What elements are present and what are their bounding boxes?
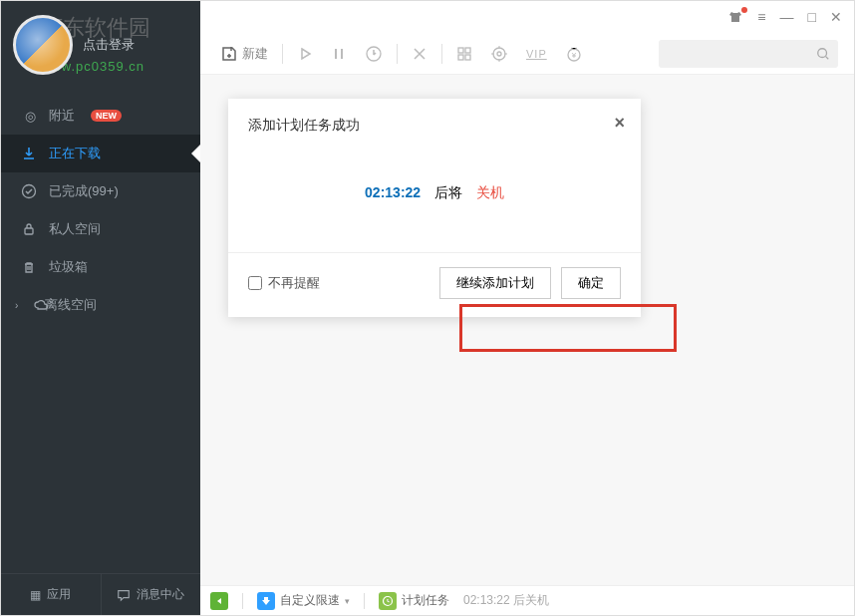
cloud-icon	[33, 297, 51, 313]
speed-icon	[257, 592, 275, 610]
continue-add-button[interactable]: 继续添加计划	[439, 267, 551, 299]
scheduled-task-button[interactable]: 计划任务	[379, 592, 449, 610]
sidebar-nav: ◎ 附近 NEW 正在下载 已完成(99+) 私人空间	[1, 91, 200, 324]
pause-button[interactable]	[327, 42, 351, 66]
sidebar-item-label: 已完成(99+)	[49, 182, 119, 200]
task-success-dialog: 添加计划任务成功 × 02:13:22 后将 关机 不再提醒 继续添加计划 确定	[228, 99, 641, 317]
lock-icon	[21, 221, 39, 237]
coin-button[interactable]: ¥	[561, 41, 587, 67]
status-arrow-icon[interactable]	[210, 592, 228, 610]
sidebar-item-trash[interactable]: 垃圾箱	[1, 248, 200, 286]
dialog-header: 添加计划任务成功 ×	[228, 99, 641, 145]
separator	[364, 593, 365, 609]
message-center-button[interactable]: 消息中心	[101, 574, 201, 615]
chevron-right-icon: ›	[15, 300, 18, 311]
checkbox-label: 不再提醒	[268, 274, 320, 292]
status-bar: 自定义限速 ▾ 计划任务 02:13:22 后关机	[200, 585, 854, 615]
sidebar-item-offline[interactable]: › 离线空间	[1, 286, 200, 324]
search-icon[interactable]	[816, 47, 830, 61]
svg-text:¥: ¥	[571, 51, 577, 60]
search-input[interactable]	[667, 47, 816, 61]
sidebar: 河东软件园 www.pc0359.cn 点击登录 ◎ 附近 NEW 正在下载	[1, 1, 200, 615]
sidebar-item-nearby[interactable]: ◎ 附近 NEW	[1, 97, 200, 135]
chevron-down-icon: ▾	[345, 596, 350, 606]
content-area: 添加计划任务成功 × 02:13:22 后将 关机 不再提醒 继续添加计划 确定	[200, 75, 854, 585]
separator	[242, 593, 243, 609]
minimize-button[interactable]: —	[780, 9, 794, 25]
login-text[interactable]: 点击登录	[83, 36, 135, 54]
svg-rect-1	[25, 228, 33, 234]
countdown-action: 关机	[476, 184, 504, 200]
svg-point-8	[497, 52, 501, 56]
priority-button[interactable]	[361, 41, 387, 67]
sidebar-item-label: 正在下载	[49, 145, 101, 162]
sidebar-item-label: 私人空间	[49, 220, 101, 238]
svg-point-7	[493, 48, 505, 60]
separator	[397, 44, 398, 64]
main-area: ≡ — □ ✕ 新建 VIP ¥	[200, 1, 854, 615]
new-button[interactable]: 新建	[216, 41, 272, 67]
vip-button[interactable]: VIP	[522, 44, 551, 64]
sidebar-bottom: ▦ 应用 消息中心	[1, 573, 200, 615]
msg-label: 消息中心	[137, 586, 184, 603]
dialog-title: 添加计划任务成功	[248, 117, 360, 133]
new-icon	[220, 45, 238, 63]
skin-icon[interactable]	[727, 9, 743, 25]
target-button[interactable]	[486, 41, 512, 67]
task-info: 02:13:22 后关机	[463, 592, 549, 609]
sidebar-item-label: 垃圾箱	[49, 258, 88, 276]
task-label: 计划任务	[402, 592, 449, 609]
menu-icon[interactable]: ≡	[757, 9, 765, 25]
countdown-mid: 后将	[434, 184, 462, 200]
svg-rect-4	[465, 48, 470, 53]
sidebar-item-downloading[interactable]: 正在下载	[1, 135, 200, 172]
apps-label: 应用	[47, 586, 71, 603]
clock-icon	[379, 592, 397, 610]
close-button[interactable]: ✕	[830, 9, 842, 25]
close-icon[interactable]: ×	[614, 113, 625, 134]
apps-button[interactable]: ▦ 应用	[1, 574, 101, 615]
titlebar: ≡ — □ ✕	[200, 1, 854, 33]
ok-button[interactable]: 确定	[561, 267, 621, 299]
maximize-button[interactable]: □	[808, 9, 816, 25]
dont-remind-checkbox[interactable]: 不再提醒	[248, 274, 320, 292]
qr-button[interactable]	[452, 42, 476, 66]
location-icon: ◎	[21, 109, 39, 124]
profile-area[interactable]: 点击登录	[1, 1, 200, 91]
separator	[441, 44, 442, 64]
download-icon	[21, 146, 39, 161]
speed-label: 自定义限速	[280, 592, 340, 609]
separator	[282, 44, 283, 64]
chat-icon	[117, 588, 131, 602]
dialog-body: 02:13:22 后将 关机	[228, 145, 641, 252]
svg-rect-5	[458, 55, 463, 60]
svg-rect-3	[458, 48, 463, 53]
speed-limit-button[interactable]: 自定义限速 ▾	[257, 592, 350, 610]
grid-icon: ▦	[30, 588, 41, 602]
new-badge: NEW	[91, 110, 122, 122]
svg-rect-6	[465, 55, 470, 60]
svg-point-11	[818, 48, 827, 57]
check-icon	[21, 183, 39, 199]
checkbox-input[interactable]	[248, 276, 262, 290]
dialog-footer: 不再提醒 继续添加计划 确定	[228, 252, 641, 317]
countdown-time: 02:13:22	[365, 184, 421, 200]
avatar[interactable]	[13, 15, 73, 75]
sidebar-item-private[interactable]: 私人空间	[1, 210, 200, 248]
sidebar-item-label: 附近	[49, 107, 75, 125]
search-box[interactable]	[659, 40, 838, 68]
new-label: 新建	[242, 45, 268, 63]
trash-icon	[21, 259, 39, 275]
toolbar: 新建 VIP ¥	[200, 33, 854, 75]
sidebar-item-label: 离线空间	[45, 296, 97, 314]
sidebar-item-completed[interactable]: 已完成(99+)	[1, 172, 200, 210]
delete-button[interactable]	[408, 42, 431, 66]
play-button[interactable]	[293, 42, 317, 66]
